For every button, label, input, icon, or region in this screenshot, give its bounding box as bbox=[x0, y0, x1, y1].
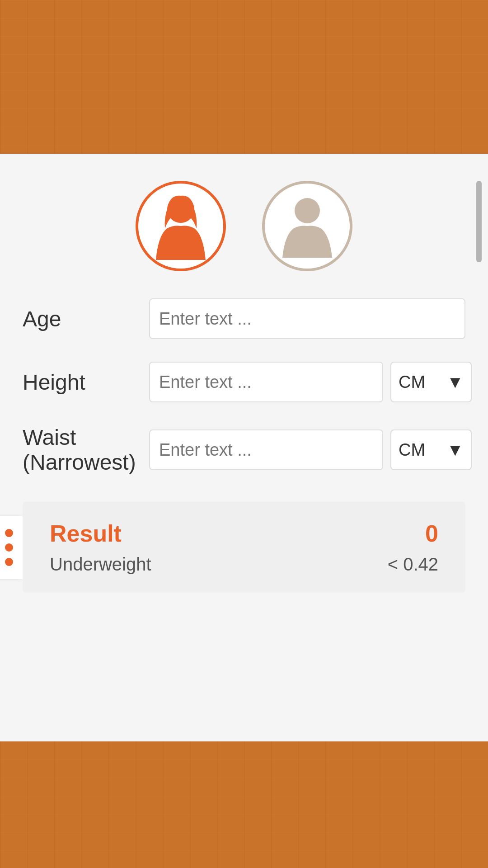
age-label: Age bbox=[23, 307, 149, 331]
waist-label: Waist(Narrowest) bbox=[23, 425, 149, 475]
underweight-value: < 0.42 bbox=[388, 554, 438, 575]
gender-selector bbox=[23, 181, 465, 271]
main-content: Age Height CM ▼ Waist(Narrowest) CM ▼ bbox=[0, 154, 488, 741]
result-label: Result bbox=[50, 520, 122, 547]
height-label: Height bbox=[23, 370, 149, 395]
dot-2 bbox=[5, 543, 13, 552]
age-input[interactable] bbox=[149, 298, 465, 339]
dot-1 bbox=[5, 529, 13, 537]
waist-dropdown-arrow: ▼ bbox=[446, 440, 464, 460]
height-dropdown-arrow: ▼ bbox=[446, 373, 464, 392]
svg-point-1 bbox=[295, 198, 320, 223]
waist-unit-dropdown[interactable]: CM ▼ bbox=[390, 429, 472, 470]
female-gender-button[interactable] bbox=[136, 181, 226, 271]
dot-3 bbox=[5, 558, 13, 566]
waist-row: Waist(Narrowest) CM ▼ bbox=[23, 425, 465, 475]
result-main-row: Result 0 bbox=[50, 520, 438, 547]
age-row: Age bbox=[23, 298, 465, 339]
underweight-label: Underweight bbox=[50, 554, 151, 575]
result-sub-row: Underweight < 0.42 bbox=[50, 554, 438, 575]
height-unit-dropdown[interactable]: CM ▼ bbox=[390, 362, 472, 402]
menu-dots[interactable] bbox=[0, 516, 23, 579]
height-row: Height CM ▼ bbox=[23, 362, 465, 402]
male-gender-button[interactable] bbox=[262, 181, 352, 271]
height-input[interactable] bbox=[149, 362, 383, 402]
waist-unit-value: CM bbox=[399, 440, 425, 460]
result-value: 0 bbox=[425, 520, 438, 547]
result-section: Result 0 Underweight < 0.42 bbox=[23, 502, 465, 593]
height-unit-value: CM bbox=[399, 373, 425, 392]
waist-input[interactable] bbox=[149, 429, 383, 470]
